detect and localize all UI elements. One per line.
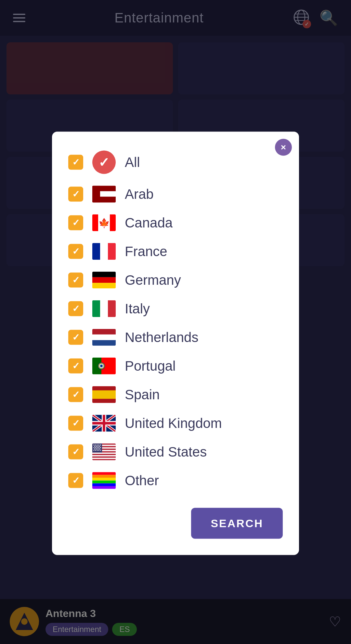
flag-spain [92, 386, 116, 403]
svg-point-70 [95, 450, 96, 451]
list-item[interactable]: Portugal [68, 351, 283, 380]
search-button[interactable]: SEARCH [191, 508, 283, 539]
svg-rect-77 [92, 480, 116, 483]
svg-point-65 [94, 448, 95, 449]
checkbox-netherlands[interactable] [68, 330, 83, 345]
flag-us [92, 443, 116, 460]
svg-rect-24 [92, 329, 116, 334]
svg-point-52 [95, 445, 96, 445]
svg-rect-20 [92, 283, 116, 288]
svg-point-58 [98, 446, 98, 447]
country-label: United States [125, 444, 207, 459]
svg-rect-78 [92, 483, 116, 486]
svg-rect-18 [92, 271, 116, 277]
country-label: Germany [125, 272, 181, 288]
checkbox-france[interactable] [68, 244, 83, 259]
list-item[interactable]: 🍁 Canada [68, 208, 283, 237]
checkbox-other[interactable] [68, 473, 83, 488]
list-item[interactable]: Italy [68, 294, 283, 323]
all-icon [92, 150, 116, 174]
svg-rect-75 [92, 475, 116, 478]
country-label: France [125, 243, 167, 259]
svg-point-61 [95, 447, 96, 448]
list-item[interactable]: All [68, 144, 283, 180]
checkbox-all[interactable] [68, 155, 83, 170]
svg-rect-23 [108, 300, 116, 317]
svg-rect-76 [92, 477, 116, 480]
list-item[interactable]: United Kingdom [68, 409, 283, 437]
svg-point-69 [94, 450, 95, 451]
svg-rect-74 [92, 472, 116, 475]
list-item[interactable]: France [68, 237, 283, 266]
country-filter-modal: × All Arab [52, 131, 299, 555]
svg-point-72 [98, 450, 99, 451]
flag-netherlands [92, 329, 116, 346]
flag-germany [92, 271, 116, 288]
list-item[interactable]: Netherlands [68, 323, 283, 351]
checkbox-germany[interactable] [68, 272, 83, 287]
svg-point-68 [99, 448, 100, 449]
list-item[interactable]: Other [68, 466, 283, 495]
country-label: Arab [125, 186, 154, 202]
svg-point-56 [94, 446, 95, 447]
svg-rect-15 [92, 243, 100, 260]
modal-close-button[interactable]: × [275, 139, 292, 156]
svg-rect-42 [92, 422, 116, 424]
svg-point-54 [98, 445, 99, 445]
svg-rect-19 [92, 277, 116, 282]
svg-rect-13 [110, 214, 116, 231]
checkbox-us[interactable] [68, 444, 83, 459]
country-label: All [125, 154, 140, 170]
svg-point-57 [96, 446, 97, 447]
list-item[interactable]: Germany [68, 266, 283, 294]
svg-point-63 [98, 447, 99, 448]
country-label: Canada [125, 215, 173, 230]
flag-portugal [92, 357, 116, 374]
svg-point-64 [100, 447, 101, 448]
checkbox-uk[interactable] [68, 416, 83, 431]
svg-rect-79 [92, 486, 116, 489]
svg-point-71 [97, 450, 98, 451]
svg-point-67 [98, 448, 98, 449]
country-label: United Kingdom [125, 415, 222, 431]
svg-rect-47 [92, 452, 116, 454]
svg-rect-10 [92, 185, 100, 202]
checkbox-portugal[interactable] [68, 358, 83, 373]
svg-text:🍁: 🍁 [98, 217, 110, 228]
svg-point-66 [96, 448, 97, 449]
country-label: Italy [125, 301, 150, 316]
svg-rect-12 [92, 214, 98, 231]
svg-rect-22 [100, 300, 108, 317]
checkbox-spain[interactable] [68, 387, 83, 402]
flag-arab [92, 185, 116, 202]
country-label: Portugal [125, 358, 176, 374]
svg-rect-16 [100, 243, 108, 260]
checkbox-arab[interactable] [68, 186, 83, 201]
svg-point-51 [94, 445, 95, 445]
flag-other [92, 472, 116, 489]
svg-rect-17 [108, 243, 116, 260]
svg-point-60 [94, 447, 95, 448]
svg-rect-25 [92, 334, 116, 340]
svg-rect-21 [92, 300, 100, 317]
svg-rect-26 [92, 340, 116, 346]
flag-uk [92, 415, 116, 432]
svg-rect-48 [92, 455, 116, 456]
country-label: Spain [125, 387, 160, 402]
checkbox-canada[interactable] [68, 215, 83, 230]
svg-point-53 [97, 445, 98, 445]
svg-point-62 [97, 447, 98, 448]
list-item[interactable]: United States [68, 437, 283, 466]
svg-point-31 [100, 364, 103, 367]
list-item[interactable]: Spain [68, 380, 283, 409]
flag-canada: 🍁 [92, 214, 116, 231]
svg-point-73 [100, 450, 101, 451]
flag-france [92, 243, 116, 260]
list-item[interactable]: Arab [68, 180, 283, 208]
country-list: All Arab [68, 144, 283, 495]
country-label: Other [125, 473, 159, 488]
svg-rect-49 [92, 458, 116, 459]
checkbox-italy[interactable] [68, 301, 83, 316]
svg-rect-33 [92, 390, 116, 399]
country-label: Netherlands [125, 329, 198, 345]
